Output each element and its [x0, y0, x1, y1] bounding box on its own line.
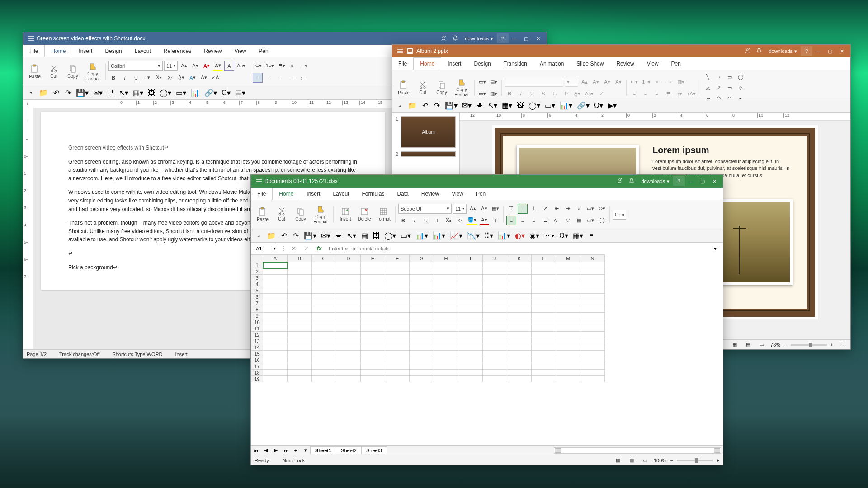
- cell[interactable]: [263, 313, 288, 319]
- cell[interactable]: [263, 275, 288, 281]
- sheets-list-button[interactable]: ▾: [301, 446, 311, 455]
- sheet-tab[interactable]: Sheet3: [361, 446, 387, 454]
- cell[interactable]: [263, 268, 288, 275]
- cell[interactable]: [385, 268, 410, 275]
- underline-button[interactable]: U: [527, 89, 537, 99]
- cell[interactable]: [483, 275, 507, 281]
- next-sheet-button[interactable]: ▶: [271, 446, 281, 455]
- cell[interactable]: [312, 370, 336, 376]
- link-button[interactable]: 🔗▾: [576, 101, 591, 111]
- cell[interactable]: [580, 376, 605, 382]
- row-header[interactable]: 13: [251, 338, 263, 344]
- cell[interactable]: [434, 281, 458, 287]
- font-name-select[interactable]: [505, 77, 563, 87]
- cell[interactable]: [556, 313, 580, 319]
- borders-button[interactable]: ▦▾: [491, 204, 500, 214]
- cell[interactable]: [410, 300, 434, 306]
- cell[interactable]: [507, 300, 532, 306]
- tab-insert[interactable]: Insert: [300, 188, 326, 200]
- cut-button[interactable]: Cut: [273, 205, 291, 224]
- zoom-slider[interactable]: [677, 460, 713, 461]
- cell[interactable]: [410, 306, 434, 313]
- cell[interactable]: [556, 262, 580, 268]
- insert-mode-indicator[interactable]: Insert: [175, 352, 188, 357]
- redo-button[interactable]: ↷: [432, 101, 442, 111]
- cell[interactable]: [336, 262, 361, 268]
- text-direction-button[interactable]: ↕A▾: [686, 89, 697, 99]
- cell[interactable]: [507, 319, 532, 325]
- column-header[interactable]: H: [434, 255, 458, 262]
- cell[interactable]: [263, 357, 288, 363]
- cell[interactable]: [483, 262, 507, 268]
- save-button[interactable]: 💾▾: [302, 231, 318, 241]
- cell[interactable]: [385, 376, 410, 382]
- zoom-slider[interactable]: [791, 344, 827, 346]
- save-dropdown[interactable]: 💾▾: [75, 88, 90, 98]
- highlight-button[interactable]: A▾: [613, 77, 623, 87]
- cell[interactable]: [385, 262, 410, 268]
- column-header[interactable]: B: [288, 255, 312, 262]
- page-indicator[interactable]: Page 1/2: [27, 352, 47, 357]
- cell[interactable]: [483, 357, 507, 363]
- valign-top-button[interactable]: ⊤: [506, 204, 516, 214]
- cell[interactable]: [385, 370, 410, 376]
- cell[interactable]: [580, 294, 605, 300]
- cell[interactable]: [556, 287, 580, 294]
- cell[interactable]: [312, 357, 336, 363]
- cell[interactable]: [434, 306, 458, 313]
- cell[interactable]: [410, 332, 434, 338]
- image-button[interactable]: 🖼: [371, 231, 381, 241]
- cell[interactable]: [458, 357, 483, 363]
- row-header[interactable]: 19: [251, 376, 263, 382]
- close-button[interactable]: ✕: [836, 46, 848, 56]
- chart-button[interactable]: 📊: [189, 88, 201, 98]
- maximize-button[interactable]: ▢: [520, 33, 532, 43]
- cell[interactable]: [288, 313, 312, 319]
- cell[interactable]: [580, 319, 605, 325]
- cell[interactable]: [385, 357, 410, 363]
- cell[interactable]: [434, 338, 458, 344]
- cell-grid[interactable]: ABCDEFGHIJKLMN12345678910111213141516171…: [251, 254, 605, 382]
- zoom-out-button[interactable]: −: [670, 458, 673, 463]
- font-size-select[interactable]: 11▾: [164, 61, 178, 71]
- cell[interactable]: [580, 262, 605, 268]
- cell[interactable]: [458, 338, 483, 344]
- chart-area-button[interactable]: 📉▾: [466, 231, 481, 241]
- cell[interactable]: [532, 357, 556, 363]
- cell[interactable]: [507, 351, 532, 357]
- cell[interactable]: [361, 338, 385, 344]
- cell[interactable]: [361, 275, 385, 281]
- text-fill-button[interactable]: A▾: [199, 73, 209, 83]
- table-button[interactable]: ▦▾: [500, 101, 514, 111]
- zoom-in-button[interactable]: +: [717, 458, 719, 463]
- cell[interactable]: [312, 332, 336, 338]
- column-header[interactable]: F: [385, 255, 410, 262]
- cell[interactable]: [312, 338, 336, 344]
- bell-icon[interactable]: [449, 33, 461, 43]
- clear-formatting-button[interactable]: ✓A: [210, 73, 220, 83]
- cell[interactable]: [288, 306, 312, 313]
- tab-animation[interactable]: Animation: [533, 58, 570, 70]
- cell[interactable]: [458, 376, 483, 382]
- cell[interactable]: [458, 294, 483, 300]
- cell[interactable]: [580, 332, 605, 338]
- row-header[interactable]: 14: [251, 344, 263, 351]
- column-header[interactable]: C: [312, 255, 336, 262]
- font-size-select[interactable]: 11▾: [453, 204, 467, 214]
- maximize-button[interactable]: ▢: [824, 46, 836, 56]
- cell[interactable]: [556, 306, 580, 313]
- sort-button[interactable]: A↓: [552, 216, 561, 225]
- cell[interactable]: [336, 338, 361, 344]
- close-button[interactable]: ✕: [708, 176, 720, 186]
- cell[interactable]: [580, 351, 605, 357]
- cell[interactable]: [580, 363, 605, 370]
- underline-button[interactable]: U: [131, 73, 141, 83]
- row-header[interactable]: 8: [251, 306, 263, 313]
- sheet-tab[interactable]: Sheet2: [336, 446, 362, 454]
- cell[interactable]: [288, 332, 312, 338]
- normal-view-icon[interactable]: ▦: [730, 340, 740, 350]
- link-button[interactable]: 🔗▾: [203, 88, 218, 98]
- cell[interactable]: [410, 370, 434, 376]
- cell[interactable]: [336, 344, 361, 351]
- shrink-font-button[interactable]: A▾: [479, 204, 489, 214]
